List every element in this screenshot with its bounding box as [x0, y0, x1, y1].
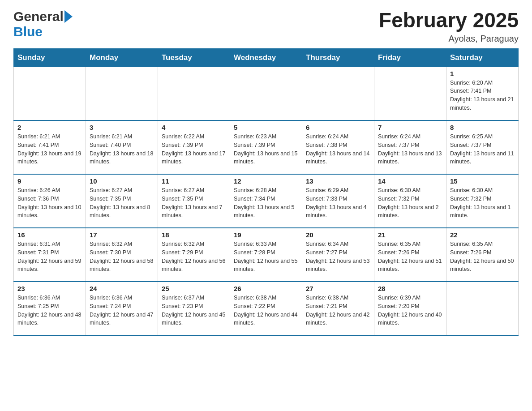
day-info: Sunrise: 6:20 AMSunset: 7:41 PMDaylight:… [450, 79, 515, 112]
day-number: 27 [306, 285, 370, 292]
day-info: Sunrise: 6:21 AMSunset: 7:40 PMDaylight:… [90, 133, 154, 166]
calendar-cell: 25Sunrise: 6:37 AMSunset: 7:23 PMDayligh… [158, 282, 230, 335]
calendar-week-3: 9Sunrise: 6:26 AMSunset: 7:36 PMDaylight… [14, 174, 519, 228]
calendar-cell: 13Sunrise: 6:29 AMSunset: 7:33 PMDayligh… [302, 174, 374, 228]
day-number: 21 [378, 231, 442, 239]
calendar-cell: 23Sunrise: 6:36 AMSunset: 7:25 PMDayligh… [14, 282, 86, 335]
weekday-header-saturday: Saturday [446, 48, 519, 67]
weekday-header-tuesday: Tuesday [158, 48, 230, 67]
calendar-table: SundayMondayTuesdayWednesdayThursdayFrid… [13, 48, 519, 336]
day-info: Sunrise: 6:27 AMSunset: 7:35 PMDaylight:… [90, 186, 154, 220]
calendar-cell: 22Sunrise: 6:35 AMSunset: 7:26 PMDayligh… [446, 228, 519, 282]
day-info: Sunrise: 6:21 AMSunset: 7:41 PMDaylight:… [17, 133, 82, 166]
calendar-cell [446, 282, 519, 335]
month-title: February 2025 [379, 9, 519, 32]
day-number: 25 [162, 285, 226, 292]
day-info: Sunrise: 6:24 AMSunset: 7:37 PMDaylight:… [378, 133, 442, 166]
day-number: 4 [162, 124, 226, 131]
weekday-header-friday: Friday [374, 48, 446, 67]
calendar-cell: 7Sunrise: 6:24 AMSunset: 7:37 PMDaylight… [374, 120, 446, 174]
logo-general-text: General [13, 9, 64, 24]
calendar-cell [158, 67, 230, 120]
day-info: Sunrise: 6:37 AMSunset: 7:23 PMDaylight:… [162, 294, 226, 327]
day-info: Sunrise: 6:30 AMSunset: 7:32 PMDaylight:… [450, 186, 515, 220]
day-info: Sunrise: 6:35 AMSunset: 7:26 PMDaylight:… [450, 240, 515, 274]
day-number: 23 [17, 285, 82, 292]
calendar-cell: 18Sunrise: 6:32 AMSunset: 7:29 PMDayligh… [158, 228, 230, 282]
day-info: Sunrise: 6:24 AMSunset: 7:38 PMDaylight:… [306, 133, 370, 166]
day-number: 17 [90, 231, 154, 239]
day-info: Sunrise: 6:36 AMSunset: 7:24 PMDaylight:… [90, 294, 154, 327]
day-info: Sunrise: 6:35 AMSunset: 7:26 PMDaylight:… [378, 240, 442, 274]
day-info: Sunrise: 6:34 AMSunset: 7:27 PMDaylight:… [306, 240, 370, 274]
day-info: Sunrise: 6:32 AMSunset: 7:29 PMDaylight:… [162, 240, 226, 274]
calendar-cell: 3Sunrise: 6:21 AMSunset: 7:40 PMDaylight… [86, 120, 158, 174]
day-info: Sunrise: 6:33 AMSunset: 7:28 PMDaylight:… [234, 240, 298, 274]
day-number: 7 [378, 124, 442, 131]
day-number: 12 [234, 177, 298, 185]
day-info: Sunrise: 6:27 AMSunset: 7:35 PMDaylight:… [162, 186, 226, 220]
calendar-cell: 17Sunrise: 6:32 AMSunset: 7:30 PMDayligh… [86, 228, 158, 282]
day-number: 26 [234, 285, 298, 292]
day-number: 22 [450, 231, 515, 239]
day-info: Sunrise: 6:38 AMSunset: 7:22 PMDaylight:… [234, 294, 298, 327]
calendar-cell: 16Sunrise: 6:31 AMSunset: 7:31 PMDayligh… [14, 228, 86, 282]
calendar-cell [374, 67, 446, 120]
day-info: Sunrise: 6:30 AMSunset: 7:32 PMDaylight:… [378, 186, 442, 220]
day-info: Sunrise: 6:25 AMSunset: 7:37 PMDaylight:… [450, 133, 515, 166]
calendar-cell [86, 67, 158, 120]
calendar-cell: 19Sunrise: 6:33 AMSunset: 7:28 PMDayligh… [230, 228, 302, 282]
location-label: Ayolas, Paraguay [379, 34, 519, 44]
calendar-cell: 11Sunrise: 6:27 AMSunset: 7:35 PMDayligh… [158, 174, 230, 228]
calendar-cell: 4Sunrise: 6:22 AMSunset: 7:39 PMDaylight… [158, 120, 230, 174]
calendar-cell: 21Sunrise: 6:35 AMSunset: 7:26 PMDayligh… [374, 228, 446, 282]
calendar-cell: 6Sunrise: 6:24 AMSunset: 7:38 PMDaylight… [302, 120, 374, 174]
calendar-cell: 26Sunrise: 6:38 AMSunset: 7:22 PMDayligh… [230, 282, 302, 335]
title-area: February 2025 Ayolas, Paraguay [379, 9, 519, 44]
calendar-cell: 2Sunrise: 6:21 AMSunset: 7:41 PMDaylight… [14, 120, 86, 174]
logo-arrow-icon [64, 10, 73, 23]
day-number: 2 [17, 124, 82, 131]
day-number: 24 [90, 285, 154, 292]
calendar-cell: 27Sunrise: 6:38 AMSunset: 7:21 PMDayligh… [302, 282, 374, 335]
calendar-cell: 12Sunrise: 6:28 AMSunset: 7:34 PMDayligh… [230, 174, 302, 228]
calendar-week-1: 1Sunrise: 6:20 AMSunset: 7:41 PMDaylight… [14, 67, 519, 120]
calendar-cell [230, 67, 302, 120]
day-info: Sunrise: 6:22 AMSunset: 7:39 PMDaylight:… [162, 133, 226, 166]
day-info: Sunrise: 6:36 AMSunset: 7:25 PMDaylight:… [17, 294, 82, 327]
page-header: General Blue February 2025 Ayolas, Parag… [13, 9, 519, 44]
day-number: 1 [450, 70, 515, 77]
logo-blue-text: Blue [13, 24, 43, 39]
weekday-header-monday: Monday [86, 48, 158, 67]
calendar-cell: 28Sunrise: 6:39 AMSunset: 7:20 PMDayligh… [374, 282, 446, 335]
day-number: 9 [17, 177, 82, 185]
day-number: 28 [378, 285, 442, 292]
calendar-cell: 24Sunrise: 6:36 AMSunset: 7:24 PMDayligh… [86, 282, 158, 335]
day-info: Sunrise: 6:26 AMSunset: 7:36 PMDaylight:… [17, 186, 82, 220]
day-info: Sunrise: 6:31 AMSunset: 7:31 PMDaylight:… [17, 240, 82, 274]
calendar-cell [14, 67, 86, 120]
calendar-week-4: 16Sunrise: 6:31 AMSunset: 7:31 PMDayligh… [14, 228, 519, 282]
weekday-header-thursday: Thursday [302, 48, 374, 67]
calendar-cell [302, 67, 374, 120]
day-number: 16 [17, 231, 82, 239]
calendar-cell: 8Sunrise: 6:25 AMSunset: 7:37 PMDaylight… [446, 120, 519, 174]
calendar-cell: 15Sunrise: 6:30 AMSunset: 7:32 PMDayligh… [446, 174, 519, 228]
day-number: 6 [306, 124, 370, 131]
calendar-cell: 10Sunrise: 6:27 AMSunset: 7:35 PMDayligh… [86, 174, 158, 228]
day-number: 10 [90, 177, 154, 185]
calendar-cell: 9Sunrise: 6:26 AMSunset: 7:36 PMDaylight… [14, 174, 86, 228]
day-number: 13 [306, 177, 370, 185]
calendar-cell: 14Sunrise: 6:30 AMSunset: 7:32 PMDayligh… [374, 174, 446, 228]
calendar-week-2: 2Sunrise: 6:21 AMSunset: 7:41 PMDaylight… [14, 120, 519, 174]
day-number: 11 [162, 177, 226, 185]
calendar-cell: 20Sunrise: 6:34 AMSunset: 7:27 PMDayligh… [302, 228, 374, 282]
day-info: Sunrise: 6:39 AMSunset: 7:20 PMDaylight:… [378, 294, 442, 327]
calendar-cell: 1Sunrise: 6:20 AMSunset: 7:41 PMDaylight… [446, 67, 519, 120]
day-number: 19 [234, 231, 298, 239]
day-number: 3 [90, 124, 154, 131]
day-number: 5 [234, 124, 298, 131]
day-info: Sunrise: 6:29 AMSunset: 7:33 PMDaylight:… [306, 186, 370, 220]
weekday-header-sunday: Sunday [14, 48, 86, 67]
day-info: Sunrise: 6:23 AMSunset: 7:39 PMDaylight:… [234, 133, 298, 166]
